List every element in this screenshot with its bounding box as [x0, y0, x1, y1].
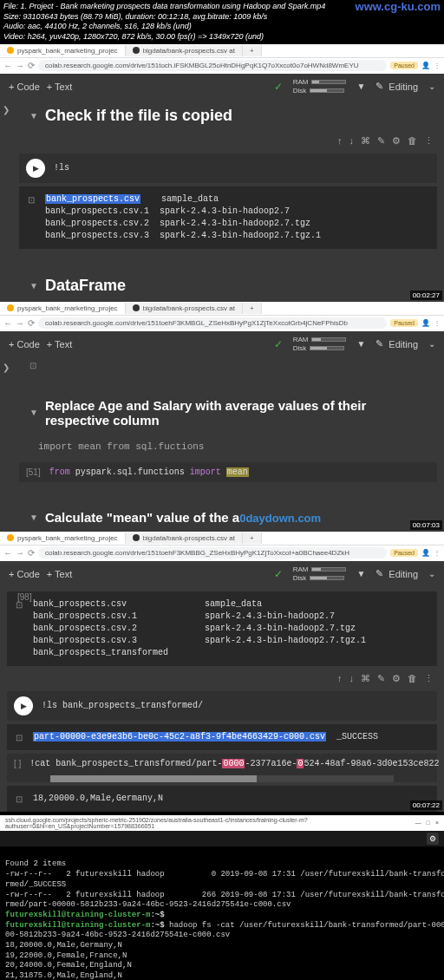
expand-sidebar-button[interactable]: ❯ [0, 100, 12, 120]
link-icon[interactable]: ⌘ [361, 135, 370, 147]
add-code-button[interactable]: + Code [9, 339, 40, 350]
menu-icon[interactable]: ⋮ [434, 549, 441, 557]
nav-back-icon[interactable]: ← [3, 548, 12, 558]
nav-reload-icon[interactable]: ⟳ [28, 318, 35, 328]
profile-icon[interactable]: 👤 [421, 319, 430, 327]
move-up-icon[interactable]: ↑ [337, 135, 343, 147]
output-clear-icon[interactable]: ⊡ [16, 733, 23, 743]
comment-icon[interactable]: ✎ [377, 135, 385, 147]
add-text-button[interactable]: + Text [47, 339, 72, 350]
collapse-arrow-icon[interactable]: ▼ [29, 513, 38, 522]
code-content[interactable]: !ls bank_prospects_transformed/ [42, 701, 203, 710]
add-code-button[interactable]: + Code [9, 82, 40, 92]
connected-check-icon: ✓ [274, 568, 283, 580]
delete-icon[interactable]: 🗑 [408, 135, 417, 147]
heading-cell-calculate[interactable]: ▼ Calculate "mean" value of the a0daydow… [12, 503, 444, 532]
heading-cell-dataframe[interactable]: ▼ DataFrame [12, 270, 444, 302]
code-cell-ls[interactable]: !ls [19, 154, 437, 183]
code-content[interactable]: !ls [54, 163, 69, 173]
resource-meter[interactable]: RAM Disk [293, 336, 347, 352]
collapse-arrow-icon[interactable]: ▼ [29, 111, 38, 121]
output-clear-icon[interactable]: ⊡ [16, 794, 23, 805]
heading-cell-replace[interactable]: ▼ Replace Age and Salary with average va… [12, 391, 444, 434]
heading-cell-1[interactable]: ▼ Check if the file is copied [12, 100, 444, 132]
more-icon[interactable]: ⋮ [424, 673, 434, 684]
comment-icon[interactable]: ✎ [377, 673, 385, 684]
settings-icon[interactable]: ⚙ [392, 673, 401, 684]
url-input[interactable]: colab.research.google.com/drive/151toehF… [38, 317, 387, 329]
nav-fwd-icon[interactable]: → [16, 318, 24, 328]
expand-sidebar-button[interactable]: ❯ [0, 357, 12, 377]
add-text-button[interactable]: + Text [47, 82, 72, 92]
code-cell-ls-transformed[interactable]: !ls bank_prospects_transformed/ [7, 691, 437, 721]
cloud-settings-icon[interactable]: ⚙ [427, 833, 439, 845]
output-clear-icon[interactable]: ⊡ [16, 600, 23, 659]
nav-back-icon[interactable]: ← [3, 61, 12, 70]
resource-meter[interactable]: RAM Disk [293, 565, 347, 582]
code-cell-import[interactable]: [51] from pyspark.sql.functions import m… [19, 462, 437, 482]
code-content[interactable]: !cat bank_prospects_transformed/part-000… [29, 759, 439, 768]
tab-github[interactable]: bigdata/bank-prospects.csv at [126, 45, 243, 56]
tab-github[interactable]: bigdata/bank-prospects.csv at [126, 303, 243, 314]
run-button[interactable] [26, 159, 45, 178]
cloud-maximize-icon[interactable]: □ [427, 820, 430, 826]
toolbar-caret-icon[interactable]: ⌄ [428, 82, 435, 91]
heading-text: DataFrame [45, 277, 126, 295]
run-button[interactable] [14, 696, 33, 715]
editing-mode[interactable]: Editing [375, 81, 418, 92]
settings-icon[interactable]: ⚙ [392, 135, 401, 147]
more-icon[interactable]: ⋮ [424, 135, 434, 147]
nav-reload-icon[interactable]: ⟳ [28, 548, 35, 558]
nav-back-icon[interactable]: ← [3, 318, 12, 328]
horizontal-scrollbar[interactable] [50, 775, 394, 782]
colab-toolbar: + Code + Text ✓ RAM Disk ▼ Editing ⌄ [0, 74, 444, 100]
delete-icon[interactable]: 🗑 [408, 673, 417, 684]
code-cell-cat[interactable]: [ ] !cat bank_prospects_transformed/part… [7, 754, 437, 782]
url-input[interactable]: colab.research.google.com/drive/151toehF… [38, 547, 387, 559]
tab-colab[interactable]: pyspark_bank_marketing_projec [0, 532, 126, 544]
move-down-icon[interactable]: ↓ [349, 673, 355, 684]
nav-fwd-icon[interactable]: → [16, 61, 24, 70]
highlighted-part-file: part-00000-e3e9e3b6-be0c-45c2-a8f3-9f4be… [33, 732, 326, 742]
tab-colab[interactable]: pyspark_bank_marketing_projec [0, 45, 126, 56]
new-tab[interactable]: + [243, 45, 262, 56]
url-input[interactable]: colab.research.google.com/drive/151toch.… [38, 60, 387, 71]
move-down-icon[interactable]: ↓ [349, 135, 355, 147]
output-clear-icon[interactable]: ⊡ [28, 195, 35, 242]
link-icon[interactable]: ⌘ [361, 673, 370, 684]
move-up-icon[interactable]: ↑ [337, 673, 343, 684]
cloud-minimize-icon[interactable]: — [415, 820, 421, 826]
menu-icon[interactable]: ⋮ [434, 62, 441, 69]
pencil-icon [375, 338, 383, 350]
collapse-arrow-icon[interactable]: ▼ [29, 281, 38, 291]
editing-mode[interactable]: Editing [375, 338, 418, 350]
add-text-button[interactable]: + Text [47, 569, 72, 579]
profile-icon[interactable]: 👤 [421, 549, 430, 557]
editing-mode[interactable]: Editing [375, 568, 418, 579]
cloud-shell-url: ssh.cloud.google.com/projects/spheric-me… [5, 817, 439, 829]
dropdown-icon[interactable]: ▼ [356, 339, 365, 349]
new-tab[interactable]: + [243, 303, 262, 314]
tab-github[interactable]: bigdata/bank-prospects.csv at [126, 532, 243, 544]
menu-icon[interactable]: ⋮ [434, 319, 441, 327]
nav-reload-icon[interactable]: ⟳ [28, 61, 35, 70]
watermark-top: www.cg-ku.com [356, 0, 441, 15]
dropdown-icon[interactable]: ▼ [356, 569, 365, 578]
heading-text: Calculate "mean" value of the a0daydown.… [45, 510, 321, 525]
tab-colab[interactable]: pyspark_bank_marketing_projec [0, 303, 126, 314]
cloud-close-icon[interactable]: × [435, 820, 439, 826]
profile-icon[interactable]: 👤 [421, 62, 430, 69]
collapse-arrow-icon[interactable]: ▼ [29, 408, 38, 417]
dropdown-icon[interactable]: ▼ [356, 82, 365, 91]
new-tab[interactable]: + [243, 532, 262, 544]
toolbar-caret-icon[interactable]: ⌄ [428, 339, 435, 349]
terminal[interactable]: Found 2 items -rw-r--r-- 2 futurexskill … [0, 846, 444, 980]
add-code-button[interactable]: + Code [9, 569, 40, 579]
paused-badge: Paused [390, 62, 418, 69]
nav-fwd-icon[interactable]: → [16, 548, 24, 558]
resource-meter[interactable]: RAM Disk [293, 78, 347, 95]
output-text: bank_prospects.csv sample_data bank_pros… [45, 193, 321, 242]
code-content[interactable]: from pyspark.sql.functions import mean [49, 467, 249, 477]
toolbar-caret-icon[interactable]: ⌄ [428, 569, 435, 578]
output-icon[interactable]: ⊡ [29, 361, 36, 370]
